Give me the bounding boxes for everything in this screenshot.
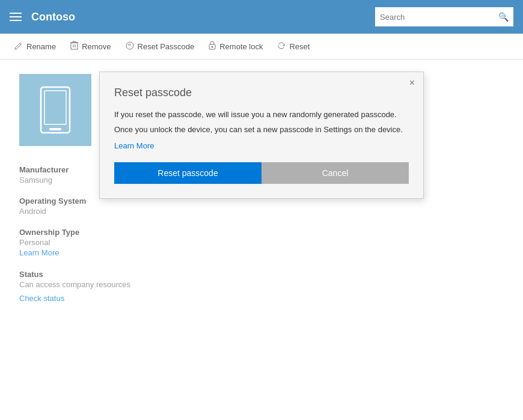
cancel-button[interactable]: Cancel [262,162,409,184]
remote-lock-label: Remote lock [219,42,263,51]
confirm-reset-passcode-button[interactable]: Reset passcode [114,162,262,184]
remove-icon [70,41,78,52]
reset-passcode-label: Reset Passcode [138,42,195,51]
search-input[interactable] [380,13,498,22]
app-title: Contoso [31,11,365,23]
svg-rect-0 [71,43,78,49]
rename-icon [14,41,23,52]
modal-close-button[interactable]: × [409,78,415,88]
reset-icon [277,41,286,52]
reset-passcode-button[interactable]: Reset Passcode [126,41,195,52]
remove-label: Remove [82,42,111,51]
modal-learn-more-link[interactable]: Learn More [114,141,154,150]
reset-button[interactable]: Reset [277,41,310,52]
modal-overlay: × Reset passcode If you reset the passco… [0,59,523,330]
modal-title: Reset passcode [114,87,409,99]
modal-body-line1: If you reset the passcode, we will issue… [114,109,409,121]
main-content: Phone Samsung - Galaxy 9 Manufacturer Sa… [0,59,523,330]
search-box: 🔍 [375,7,513,26]
rename-button[interactable]: Rename [14,41,56,52]
toolbar: Rename Remove Reset Passcode [0,34,523,59]
svg-point-3 [212,46,213,48]
modal-body-line2: Once you unlock the device, you can set … [114,124,409,136]
header: Contoso 🔍 [0,0,523,34]
remove-button[interactable]: Remove [70,41,111,52]
rename-label: Rename [26,42,56,51]
search-icon: 🔍 [498,12,509,22]
reset-passcode-modal: × Reset passcode If you reset the passco… [99,72,424,199]
remote-lock-button[interactable]: Remote lock [209,41,263,52]
remote-lock-icon [209,41,216,52]
reset-passcode-icon [126,41,134,52]
menu-icon[interactable] [10,13,22,21]
modal-buttons: Reset passcode Cancel [114,162,409,184]
reset-label: Reset [289,42,310,51]
